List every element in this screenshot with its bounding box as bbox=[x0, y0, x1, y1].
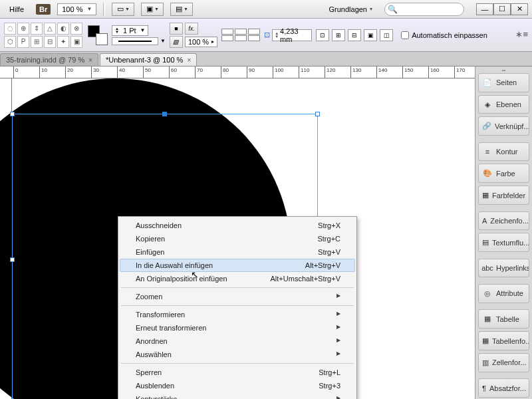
ruler-tick: 170 bbox=[454, 66, 465, 78]
view-mode-button-1[interactable]: ▭▼ bbox=[112, 3, 134, 16]
fill-stroke-swatch[interactable] bbox=[88, 25, 108, 45]
resize-handle[interactable] bbox=[162, 112, 167, 116]
auto-fit-checkbox[interactable]: Automatisch einpassen bbox=[401, 31, 487, 39]
divider bbox=[103, 3, 105, 16]
panel-button[interactable]: ▦Farbfelder bbox=[478, 186, 529, 205]
panel-icon: ▦ bbox=[482, 336, 489, 346]
resize-handle[interactable] bbox=[10, 257, 15, 262]
context-menu-item[interactable]: Zoomen bbox=[120, 290, 355, 303]
tool-icon[interactable]: ◐ bbox=[57, 23, 69, 35]
panel-button[interactable]: ▦Tabellenfo... bbox=[478, 331, 529, 350]
view-mode-button-2[interactable]: ▣▼ bbox=[141, 3, 164, 16]
panel-button[interactable]: ◈Ebenen bbox=[478, 95, 529, 114]
menu-item-label: Zoomen bbox=[136, 293, 162, 301]
tool-icon[interactable]: P bbox=[17, 36, 29, 48]
tool-icon[interactable]: ⊕ bbox=[17, 23, 29, 35]
resize-handle[interactable] bbox=[10, 112, 15, 116]
tool-icon[interactable]: ⊗ bbox=[70, 23, 82, 35]
menu-item-shortcut: Strg+L bbox=[319, 368, 340, 376]
panel-button[interactable]: ▤Textumflu... bbox=[478, 233, 529, 252]
opacity-combo[interactable]: 100 % ▸ bbox=[185, 37, 217, 47]
panel-button[interactable]: ¶Absatzfor... bbox=[478, 378, 529, 398]
panel-label: Textumflu... bbox=[492, 239, 529, 247]
text-align-icons[interactable] bbox=[235, 29, 247, 41]
fit-button[interactable]: ▣ bbox=[364, 29, 377, 41]
panel-button[interactable]: 📄Seiten bbox=[478, 73, 529, 92]
panel-button[interactable]: 🔗Verknüpf... bbox=[478, 116, 529, 136]
text-align-icons[interactable] bbox=[248, 29, 260, 41]
tool-icon[interactable]: ◌ bbox=[4, 23, 16, 35]
fit-button[interactable]: ⊟ bbox=[348, 29, 361, 41]
workspace-switcher[interactable]: Grundlagen ▾ bbox=[324, 3, 378, 15]
panel-label: Farbe bbox=[496, 170, 515, 178]
dimension-field[interactable]: ▲▼ 4,233 mm bbox=[272, 29, 312, 41]
context-menu-item[interactable]: EinfügenStrg+V bbox=[120, 245, 355, 259]
minimize-button[interactable]: — bbox=[476, 3, 493, 15]
tab-close-icon[interactable]: × bbox=[88, 57, 92, 64]
panel-button[interactable]: ▦Tabelle bbox=[478, 309, 529, 329]
context-menu-item[interactable]: Transformieren bbox=[120, 308, 355, 321]
panel-flyout-icon[interactable]: ∗≡ bbox=[515, 29, 528, 39]
menu-item-shortcut: Strg+X bbox=[318, 221, 340, 229]
panel-label: Zellenfor... bbox=[492, 358, 526, 366]
tool-icon[interactable]: ⊟ bbox=[44, 36, 56, 48]
ruler-tick: 140 bbox=[376, 66, 387, 78]
context-menu-item[interactable]: Erneut transformieren bbox=[120, 321, 355, 334]
panel-gap bbox=[475, 279, 532, 283]
panel-label: Farbfelder bbox=[492, 192, 525, 200]
context-menu-item[interactable]: SperrenStrg+L bbox=[120, 366, 355, 379]
ruler-tick: 70 bbox=[195, 66, 203, 78]
menu-help[interactable]: Hilfe bbox=[4, 3, 29, 15]
panel-label: Seiten bbox=[496, 78, 517, 86]
panel-button[interactable]: 🎨Farbe bbox=[478, 164, 529, 183]
panel-button[interactable]: ≡Kontur bbox=[478, 142, 529, 162]
close-button[interactable]: ✕ bbox=[511, 3, 528, 15]
tool-icon[interactable]: △ bbox=[44, 23, 56, 35]
tool-icon[interactable]: ✦ bbox=[57, 36, 69, 48]
menu-item-label: Sperren bbox=[136, 368, 162, 376]
panel-button[interactable]: abcHyperlinks bbox=[478, 259, 529, 278]
stroke-style-combo[interactable] bbox=[112, 37, 158, 45]
menubar: Hilfe Br 100 % ▼ ▭▼ ▣▼ ▤▼ Grundlagen ▾ 🔍… bbox=[0, 0, 532, 19]
tool-icons-group: ◌⊕ ⇕△ ◐⊗ ⬡P ⊞⊟ ✦▣ bbox=[4, 23, 84, 48]
document-tab[interactable]: 35-training.indd @ 79 %× bbox=[0, 53, 98, 66]
context-menu-item[interactable]: Anordnen bbox=[120, 334, 355, 348]
context-menu-item[interactable]: AusschneidenStrg+X bbox=[120, 219, 355, 232]
canvas[interactable]: 0102030405060708090100110120130140150160… bbox=[0, 66, 475, 399]
fit-button[interactable]: ◫ bbox=[380, 29, 393, 41]
tool-icon[interactable]: ▣ bbox=[70, 36, 82, 48]
panel-label: Ebenen bbox=[496, 100, 521, 108]
menu-item-label: Anordnen bbox=[136, 337, 168, 345]
document-zoom-combo[interactable]: 100 % ▼ bbox=[57, 3, 96, 15]
document-tab[interactable]: *Unbenannt-3 @ 100 %× bbox=[100, 53, 197, 66]
search-field[interactable]: 🔍 bbox=[384, 3, 464, 16]
fit-button[interactable]: ⊞ bbox=[332, 29, 345, 41]
stroke-weight-combo[interactable]: ▲▼ 1 Pt ▼ bbox=[112, 25, 148, 36]
context-menu-item[interactable]: In die Auswahl einfügenAlt+Strg+V bbox=[120, 259, 355, 272]
drop-shadow-button[interactable]: ■ bbox=[170, 23, 183, 35]
tab-close-icon[interactable]: × bbox=[187, 57, 191, 64]
fx-button[interactable]: fx. bbox=[185, 23, 198, 35]
context-menu-item[interactable]: KopierenStrg+C bbox=[120, 232, 355, 245]
tool-icon[interactable]: ⊞ bbox=[31, 36, 43, 48]
context-menu-item[interactable]: An Originalposition einfügenAlt+Umschalt… bbox=[120, 272, 355, 285]
text-align-icons[interactable] bbox=[221, 29, 233, 41]
opacity-icon[interactable]: ▨ bbox=[170, 36, 183, 48]
ruler-tick: 100 bbox=[273, 66, 283, 78]
context-menu-item[interactable]: Auswählen bbox=[120, 348, 355, 361]
arrange-button[interactable]: ▤▼ bbox=[170, 3, 193, 16]
tool-icon[interactable]: ⇕ bbox=[31, 23, 43, 35]
fit-button[interactable]: ⊡ bbox=[316, 29, 329, 41]
auto-fit-input[interactable] bbox=[401, 31, 409, 39]
maximize-button[interactable]: ☐ bbox=[493, 3, 511, 15]
search-icon: 🔍 bbox=[388, 5, 398, 14]
panel-button[interactable]: ◎Attribute bbox=[478, 284, 529, 303]
context-menu-item[interactable]: Konturstärke bbox=[120, 392, 355, 399]
bridge-button[interactable]: Br bbox=[36, 4, 51, 15]
context-menu-item[interactable]: AusblendenStrg+3 bbox=[120, 379, 355, 392]
resize-handle[interactable] bbox=[315, 112, 320, 116]
panel-button[interactable]: ▥Zellenfor... bbox=[478, 353, 529, 372]
tool-icon[interactable]: ⬡ bbox=[4, 36, 16, 48]
dock-grip[interactable]: •• bbox=[475, 68, 532, 72]
panel-button[interactable]: AZeichenfo... bbox=[478, 211, 529, 231]
